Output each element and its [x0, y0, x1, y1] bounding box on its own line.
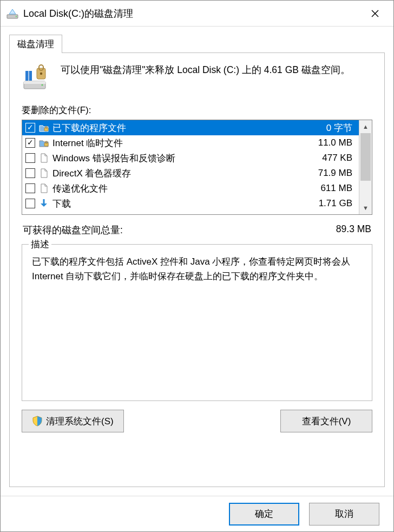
description-text: 已下载的程序文件包括 ActiveX 控件和 Java 小程序，你查看特定网页时… — [32, 254, 362, 284]
file-icon — [38, 168, 49, 179]
shield-icon — [32, 416, 43, 426]
titlebar: Local Disk(C:)的磁盘清理 — [1, 1, 393, 27]
file-list: 已下载的程序文件0 字节Internet 临时文件11.0 MBWindows … — [22, 120, 372, 215]
dialog-footer: 确定 取消 — [1, 496, 393, 531]
file-row-name: Internet 临时文件 — [52, 137, 304, 149]
scroll-down-button[interactable]: ▼ — [359, 201, 372, 214]
file-row-checkbox[interactable] — [25, 138, 35, 148]
file-row[interactable]: 已下载的程序文件0 字节 — [22, 120, 359, 135]
file-row[interactable]: Internet 临时文件11.0 MB — [22, 135, 359, 150]
total-space-value: 89.3 MB — [336, 224, 371, 237]
svg-rect-8 — [28, 71, 29, 81]
scroll-thumb[interactable] — [360, 133, 371, 181]
folder-locked-icon — [38, 122, 49, 133]
window-title: Local Disk(C:)的磁盘清理 — [23, 7, 363, 20]
clean-system-files-button[interactable]: 清理系统文件(S) — [22, 410, 124, 432]
file-row-name: 传递优化文件 — [52, 182, 304, 195]
file-list-scrollbar[interactable]: ▲ ▼ — [359, 120, 372, 214]
file-row-size: 71.9 MB — [307, 168, 356, 179]
scroll-track[interactable] — [359, 133, 372, 201]
action-button-row: 清理系统文件(S) 查看文件(V) — [22, 410, 372, 432]
description-legend: 描述 — [29, 238, 51, 251]
disk-cleanup-icon — [6, 7, 19, 20]
intro-text: 可以使用"磁盘清理"来释放 Local Disk (C:) 上的 4.61 GB… — [61, 63, 372, 92]
disk-cleanup-large-icon — [22, 63, 51, 92]
file-row-size: 611 MB — [307, 183, 356, 194]
file-row-size: 1.71 GB — [307, 198, 356, 209]
tab-strip: 磁盘清理 — [9, 34, 385, 52]
view-files-button[interactable]: 查看文件(V) — [280, 410, 372, 432]
scroll-up-button[interactable]: ▲ — [359, 120, 372, 133]
file-row-name: DirectX 着色器缓存 — [52, 167, 304, 180]
file-row-name: Windows 错误报告和反馈诊断 — [52, 152, 304, 165]
file-icon — [38, 153, 49, 163]
file-row-checkbox[interactable] — [25, 168, 35, 178]
file-row[interactable]: DirectX 着色器缓存71.9 MB — [22, 166, 359, 181]
tab-disk-cleanup[interactable]: 磁盘清理 — [9, 35, 62, 53]
file-row[interactable]: Windows 错误报告和反馈诊断477 KB — [22, 150, 359, 166]
file-row-checkbox[interactable] — [25, 153, 35, 163]
tab-content: 可以使用"磁盘清理"来释放 Local Disk (C:) 上的 4.61 GB… — [9, 52, 385, 487]
file-row-size: 0 字节 — [307, 122, 356, 134]
file-row-size: 477 KB — [307, 153, 356, 163]
intro-row: 可以使用"磁盘清理"来释放 Local Disk (C:) 上的 4.61 GB… — [22, 63, 372, 92]
cancel-label: 取消 — [335, 508, 353, 520]
file-row-checkbox[interactable] — [25, 199, 35, 208]
description-group: 描述 已下载的程序文件包括 ActiveX 控件和 Java 小程序，你查看特定… — [22, 244, 372, 401]
disk-cleanup-dialog: Local Disk(C:)的磁盘清理 磁盘清理 — [0, 0, 394, 532]
ok-button[interactable]: 确定 — [229, 503, 299, 526]
ok-label: 确定 — [255, 508, 273, 520]
file-row-name: 已下载的程序文件 — [52, 122, 304, 134]
svg-rect-5 — [24, 81, 45, 84]
total-space-row: 可获得的磁盘空间总量: 89.3 MB — [23, 224, 371, 237]
svg-point-6 — [41, 84, 43, 86]
clean-system-files-label: 清理系统文件(S) — [46, 415, 114, 428]
svg-point-1 — [16, 16, 17, 17]
file-list-label: 要删除的文件(F): — [22, 104, 372, 116]
total-space-label: 可获得的磁盘空间总量: — [23, 224, 336, 237]
file-row-checkbox[interactable] — [25, 183, 35, 193]
download-icon — [38, 198, 49, 209]
cancel-button[interactable]: 取消 — [309, 503, 379, 526]
dialog-body: 磁盘清理 可以使用"磁盘清理"来 — [1, 27, 393, 496]
view-files-label: 查看文件(V) — [302, 415, 351, 428]
file-icon — [38, 183, 49, 194]
file-row-name: 下载 — [52, 198, 304, 210]
file-row[interactable]: 下载1.71 GB — [22, 196, 359, 211]
folder-locked-icon — [38, 137, 49, 148]
file-row[interactable]: 传递优化文件611 MB — [22, 181, 359, 196]
svg-point-11 — [40, 73, 42, 75]
close-icon — [371, 10, 379, 17]
file-row-size: 11.0 MB — [307, 137, 356, 148]
close-button[interactable] — [363, 5, 387, 22]
file-row-checkbox[interactable] — [25, 123, 35, 133]
